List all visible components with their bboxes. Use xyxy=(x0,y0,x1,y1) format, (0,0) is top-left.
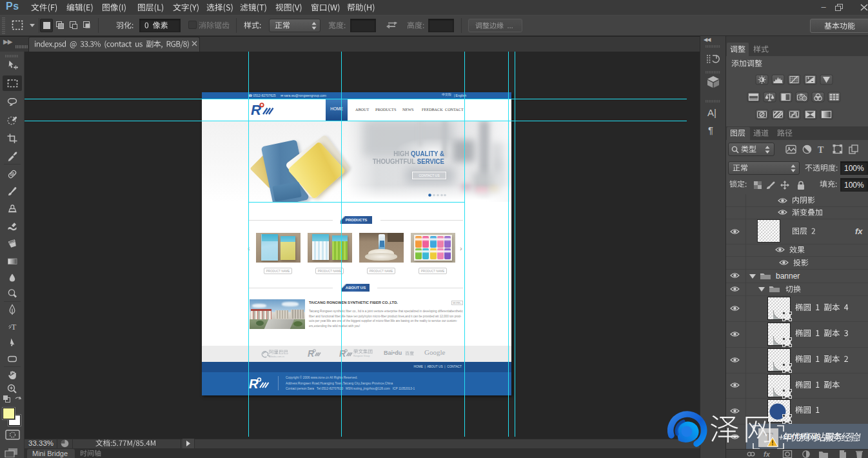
svg-text:T: T xyxy=(12,323,17,332)
svg-text:R: R xyxy=(249,377,259,391)
svg-text:T: T xyxy=(818,145,824,155)
svg-text:fx: fx xyxy=(764,450,771,458)
